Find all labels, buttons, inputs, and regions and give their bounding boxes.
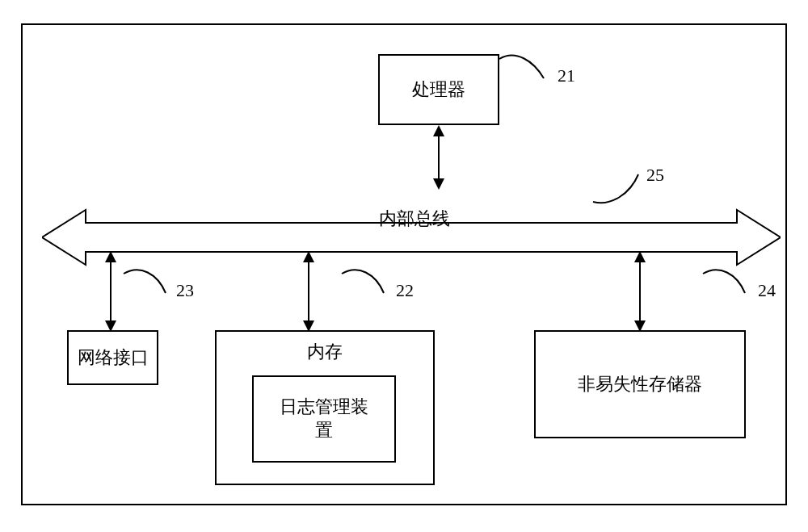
log-mgr-label: 日志管理装 置 — [280, 396, 368, 442]
leader-22 — [342, 269, 393, 301]
connector-nvm-bus — [632, 251, 648, 332]
nvm-label: 非易失性存储器 — [578, 372, 702, 396]
svg-marker-11 — [634, 251, 646, 262]
log-mgr-box: 日志管理装 置 — [252, 375, 396, 463]
svg-marker-8 — [303, 251, 314, 262]
bus-label: 内部总线 — [379, 207, 450, 231]
net-if-box: 网络接口 — [67, 330, 158, 385]
processor-label: 处理器 — [412, 77, 465, 102]
connector-processor-bus — [431, 125, 447, 190]
net-if-label: 网络接口 — [78, 346, 149, 370]
diagram-frame: 处理器 21 内部总线 25 网络接口 23 内存 日志管理 — [21, 23, 787, 505]
leader-23 — [124, 269, 175, 301]
svg-marker-5 — [105, 251, 116, 262]
leader-21 — [499, 54, 556, 86]
ref-num-23: 23 — [176, 280, 194, 301]
ref-num-21: 21 — [558, 65, 575, 86]
ref-num-24: 24 — [758, 280, 776, 301]
leader-24 — [703, 269, 755, 301]
svg-marker-2 — [433, 178, 444, 190]
connector-netif-bus — [103, 251, 119, 332]
memory-label: 内存 — [307, 340, 343, 364]
ref-num-25: 25 — [646, 165, 664, 186]
processor-box: 处理器 — [378, 54, 499, 125]
memory-box: 内存 日志管理装 置 — [215, 330, 435, 485]
ref-num-22: 22 — [396, 280, 414, 301]
svg-marker-1 — [433, 125, 444, 136]
connector-memory-bus — [301, 251, 317, 332]
nvm-box: 非易失性存储器 — [534, 330, 746, 438]
leader-25 — [593, 174, 651, 205]
